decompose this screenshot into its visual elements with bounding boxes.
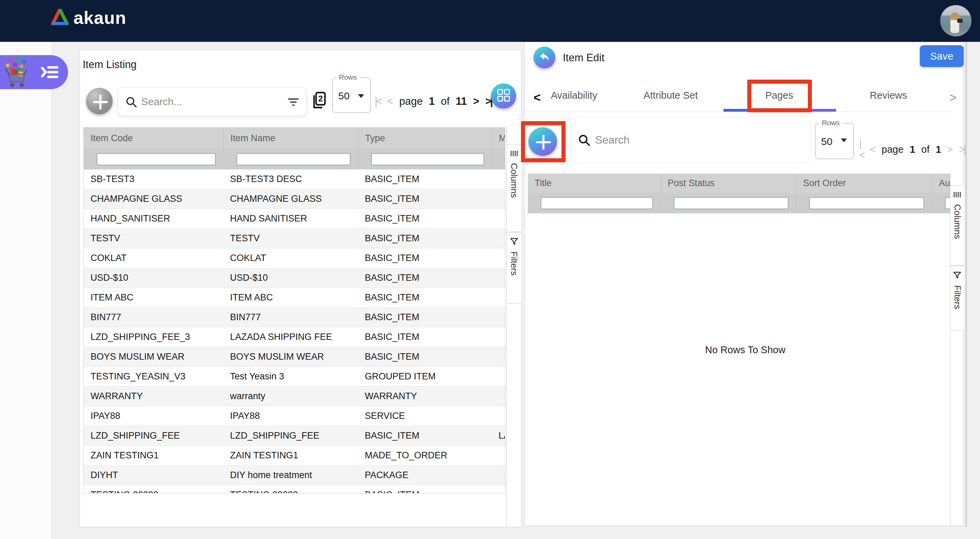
edit-panel-title: Item Edit	[563, 52, 605, 64]
cell-type: WARRANTY	[358, 391, 492, 402]
column-header-m[interactable]: M	[492, 127, 505, 149]
cell-name: ZAIN TESTING1	[223, 450, 358, 461]
grid-icon	[497, 89, 510, 103]
cell-code: SB-TEST3	[84, 174, 223, 184]
chevron-down-icon	[358, 94, 364, 98]
table-row[interactable]: LZD_SHIPPING_FEELZD_SHIPPING_FEEBASIC_IT…	[84, 426, 505, 446]
table-row[interactable]: SB-TEST3SB-TEST3 DESCBASIC_ITEM	[84, 169, 505, 189]
table-row[interactable]: USD-$10USD-$10BASIC_ITEM	[84, 268, 505, 288]
add-page-button[interactable]	[528, 127, 557, 156]
table-row[interactable]: ZAIN TESTING1ZAIN TESTING1MADE_TO_ORDER	[84, 446, 505, 466]
filter-input-type[interactable]	[371, 153, 484, 165]
item-search-input[interactable]	[118, 87, 306, 116]
table-row[interactable]: TESTVTESTVBASIC_ITEM	[84, 229, 505, 248]
cell-name: DIY home treatment	[223, 470, 358, 480]
table-row[interactable]: TESTING_YEASIN_V3Test Yeasin 3GROUPED IT…	[84, 367, 505, 386]
cell-code: CHAMPAGNE GLASS	[84, 194, 223, 204]
filter-input-m[interactable]	[505, 153, 505, 165]
scrollbar[interactable]	[966, 42, 967, 527]
cell-name: CHAMPAGNE GLASS	[223, 194, 358, 204]
filters-side-tab[interactable]: Filters	[950, 266, 964, 331]
prev-page-button[interactable]: <	[870, 144, 875, 155]
table-row[interactable]: CHAMPAGNE GLASSCHAMPAGNE GLASSBASIC_ITEM	[84, 189, 505, 209]
first-page-button[interactable]: |<	[375, 95, 381, 108]
columns-side-tab[interactable]: Columns	[950, 186, 964, 266]
active-module-pill[interactable]	[0, 55, 51, 89]
brand-logo[interactable]: akaun	[51, 8, 126, 28]
cell-name: ITEM ABC	[223, 292, 358, 303]
collapse-menu-icon[interactable]	[41, 65, 59, 81]
column-header-au[interactable]: Au	[932, 173, 950, 193]
column-header-item-code[interactable]: Item Code	[84, 127, 223, 149]
next-page-button[interactable]: >	[473, 95, 479, 108]
cell-name: TESTV	[223, 233, 358, 244]
cell-code: BOYS MUSLIM WEAR	[84, 351, 223, 362]
filters-side-tab[interactable]: Filters	[506, 232, 521, 304]
cell-code: ITEM ABC	[84, 292, 223, 303]
last-page-button[interactable]: >|	[959, 144, 965, 155]
table-row[interactable]: COKLATCOKLATBASIC_ITEM	[84, 248, 505, 268]
tab-availability[interactable]: Availability	[551, 90, 597, 101]
cell-code: IPAY88	[84, 411, 223, 421]
rows-per-page-select[interactable]: Rows 50	[332, 77, 371, 113]
filter-input-post-status[interactable]	[674, 197, 788, 209]
column-header-type[interactable]: Type	[358, 127, 492, 149]
filter-input-item-code[interactable]	[97, 153, 216, 165]
user-avatar[interactable]	[940, 5, 972, 37]
rows-label: Rows	[819, 119, 843, 127]
cell-name: warranty	[223, 391, 358, 402]
page-search-input[interactable]	[571, 117, 810, 163]
table-row[interactable]: WARRANTYwarrantyWARRANTY	[84, 386, 505, 406]
cell-code: USD-$10	[84, 273, 223, 283]
column-header-post-status[interactable]: Post Status	[660, 173, 796, 193]
table-row[interactable]: DIYHTDIY home treatmentPACKAGE	[84, 466, 505, 485]
rows-value: 50	[338, 90, 350, 102]
page-label: page	[399, 95, 423, 108]
cell-type: BASIC_ITEM	[358, 351, 492, 362]
filter-input-item-name[interactable]	[237, 153, 350, 165]
table-row[interactable]: TESTING 22222TESTING 22222BASIC_ITEM	[84, 485, 505, 493]
columns-side-tab[interactable]: Columns	[506, 144, 521, 232]
table-header-row: Title Post Status Sort Order Au	[528, 173, 950, 193]
filter-input-sort-order[interactable]	[809, 197, 924, 209]
table-row[interactable]: LZD_SHIPPING_FEE_3LAZADA SHIPPING FEEBAS…	[84, 328, 505, 347]
back-button[interactable]	[533, 47, 555, 68]
cell-name: HAND SANITISER	[223, 213, 358, 224]
column-header-title[interactable]: Title	[528, 173, 660, 193]
rows-per-page-select[interactable]: Rows 50	[815, 123, 854, 159]
duplicate-pages-icon[interactable]: 2	[312, 91, 326, 111]
tabs-scroll-left-icon[interactable]: <	[533, 91, 541, 105]
cell-code: HAND_SANITISER	[84, 213, 223, 224]
cell-type: PACKAGE	[358, 470, 492, 480]
next-page-button[interactable]: >	[947, 144, 953, 155]
filters-tab-label: Filters	[952, 285, 963, 309]
of-label: of	[921, 144, 930, 155]
column-header-item-name[interactable]: Item Name	[223, 127, 358, 149]
filter-sort-icon[interactable]	[288, 98, 299, 108]
column-header-sort-order[interactable]: Sort Order	[796, 173, 932, 193]
plus-icon	[536, 135, 550, 148]
cell-code: ZAIN TESTING1	[84, 450, 223, 461]
item-table-body: SB-TEST3SB-TEST3 DESCBASIC_ITEMCHAMPAGNE…	[84, 169, 505, 493]
prev-page-button[interactable]: <	[387, 95, 393, 108]
filter-input-title[interactable]	[541, 197, 653, 209]
plus-icon	[93, 95, 106, 108]
table-row[interactable]: ITEM ABCITEM ABCBASIC_ITEM	[84, 288, 505, 308]
brand-name: akaun	[73, 8, 126, 28]
current-page: 1	[429, 95, 434, 108]
grid-view-button[interactable]	[491, 83, 516, 108]
table-row[interactable]: BIN777BIN777BASIC_ITEM	[84, 308, 505, 328]
table-row[interactable]: BOYS MUSLIM WEARBOYS MUSLIM WEARBASIC_IT…	[84, 347, 505, 367]
table-row[interactable]: IPAY88IPAY88SERVICE	[84, 406, 505, 426]
tab-reviews[interactable]: Reviews	[870, 90, 907, 101]
filter-input-au[interactable]	[945, 197, 950, 209]
tabs-scroll-right-icon[interactable]: >	[950, 91, 956, 105]
add-item-button[interactable]	[86, 88, 113, 114]
save-button[interactable]: Save	[920, 45, 964, 67]
item-listing-table: Item Code Item Name Type M SB-TEST3SB-TE…	[83, 127, 505, 493]
table-row[interactable]: HAND_SANITISERHAND SANITISERBASIC_ITEM	[84, 209, 505, 229]
first-page-button[interactable]: |<	[859, 138, 864, 161]
tab-attribute-set[interactable]: Attribute Set	[643, 90, 698, 101]
item-edit-panel: Item Edit Save < Availability Attribute …	[524, 42, 964, 526]
cell-type: BASIC_ITEM	[358, 213, 492, 224]
